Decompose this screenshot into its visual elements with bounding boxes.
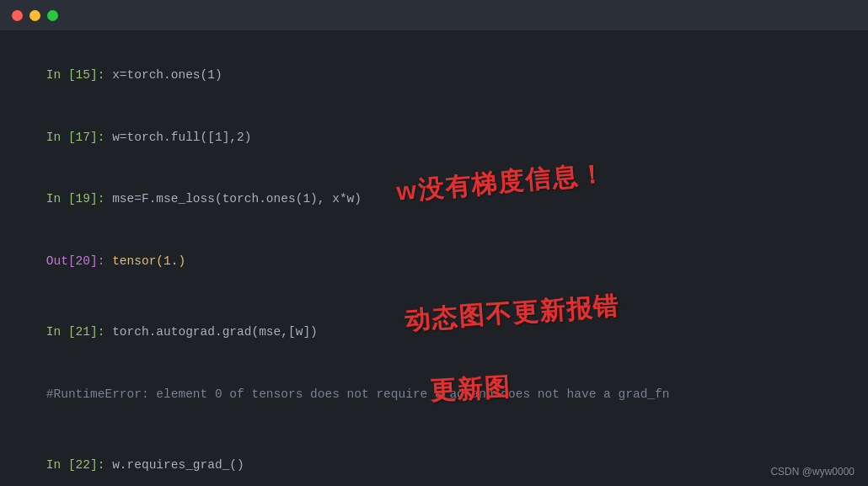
title-bar	[0, 0, 868, 30]
code-line-out20: Out[20]: tensor(1.)	[17, 231, 851, 293]
code-line-17: In [17]: w=torch.full([1],2)	[17, 106, 851, 168]
code-line-15: In [15]: x=torch.ones(1)	[17, 44, 851, 106]
watermark: CSDN @wyw0000	[770, 466, 855, 478]
code-line-19: In [19]: mse=F.mse_loss(torch.ones(1), x…	[17, 168, 851, 231]
code-area: In [15]: x=torch.ones(1) In [17]: w=torc…	[0, 30, 868, 486]
code-line-22: In [22]: w.requires_grad_()	[17, 435, 851, 486]
dot-green	[47, 10, 58, 21]
code-comment-21: #RuntimeError: element 0 of tensors does…	[17, 364, 851, 426]
dot-red	[12, 10, 23, 21]
dot-yellow	[29, 10, 40, 21]
code-line-21: In [21]: torch.autograd.grad(mse,[w])	[17, 302, 851, 364]
